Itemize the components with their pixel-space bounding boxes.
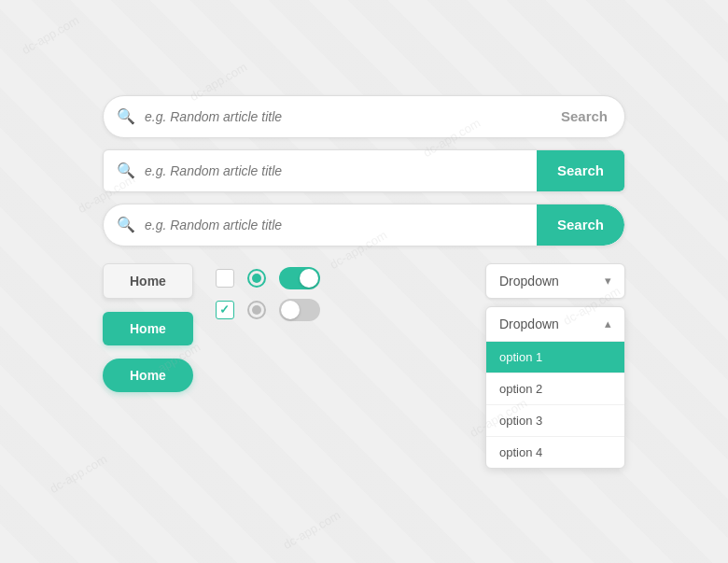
toggle-row-1 bbox=[216, 267, 320, 289]
dropdown-open-header[interactable]: Dropdown ▴ bbox=[486, 307, 624, 342]
search-button-2[interactable]: Search bbox=[537, 150, 624, 191]
search-input-2[interactable] bbox=[145, 163, 537, 178]
dropdown-option-3[interactable]: option 3 bbox=[486, 405, 624, 437]
radio-on-1[interactable] bbox=[247, 269, 266, 288]
chevron-up-icon: ▴ bbox=[605, 317, 611, 331]
chevron-down-icon: ▾ bbox=[605, 274, 611, 288]
search-input-1[interactable] bbox=[145, 109, 544, 124]
dropdown-closed-label: Dropdown bbox=[499, 274, 559, 289]
dropdown-closed[interactable]: Dropdown ▾ bbox=[485, 263, 625, 299]
search-bar-2: 🔍 Search bbox=[103, 149, 625, 192]
checkbox-2[interactable] bbox=[216, 301, 234, 319]
toggle-thumb-off bbox=[281, 301, 300, 319]
home-button-teal-rounded[interactable]: Home bbox=[103, 359, 193, 392]
dropdown-option-1[interactable]: option 1 bbox=[486, 342, 624, 373]
toggle-switch-off[interactable] bbox=[279, 299, 320, 321]
search-button-3[interactable]: Search bbox=[537, 204, 624, 246]
search-bar-3: 🔍 Search bbox=[103, 204, 625, 246]
search-icon-2: 🔍 bbox=[117, 162, 135, 179]
controls-row: Home Home Home bbox=[103, 263, 625, 469]
dropdown-option-2[interactable]: option 2 bbox=[486, 373, 624, 405]
dropdown-open: Dropdown ▴ option 1 option 2 option 3 op… bbox=[485, 306, 625, 469]
toggle-row-2 bbox=[216, 299, 320, 321]
dropdown-column: Dropdown ▾ Dropdown ▴ option 1 option 2 … bbox=[485, 263, 625, 469]
home-button-outline[interactable]: Home bbox=[103, 263, 193, 299]
dropdown-option-4[interactable]: option 4 bbox=[486, 437, 624, 468]
search-icon-1: 🔍 bbox=[117, 107, 135, 125]
search-input-3[interactable] bbox=[145, 218, 537, 232]
toggles-column bbox=[216, 263, 320, 321]
main-container: 🔍 Search 🔍 Search 🔍 Search Home Home Hom… bbox=[103, 95, 625, 469]
dropdown-open-label: Dropdown bbox=[499, 317, 559, 331]
search-icon-3: 🔍 bbox=[117, 216, 135, 233]
toggle-thumb-on bbox=[300, 269, 318, 288]
search-button-1[interactable]: Search bbox=[544, 96, 624, 137]
checkbox-1[interactable] bbox=[216, 269, 234, 288]
home-button-teal[interactable]: Home bbox=[103, 312, 193, 345]
buttons-column: Home Home Home bbox=[103, 263, 193, 392]
toggle-switch-on[interactable] bbox=[279, 267, 320, 289]
search-bar-1: 🔍 Search bbox=[103, 95, 625, 138]
radio-off-1[interactable] bbox=[247, 301, 266, 319]
